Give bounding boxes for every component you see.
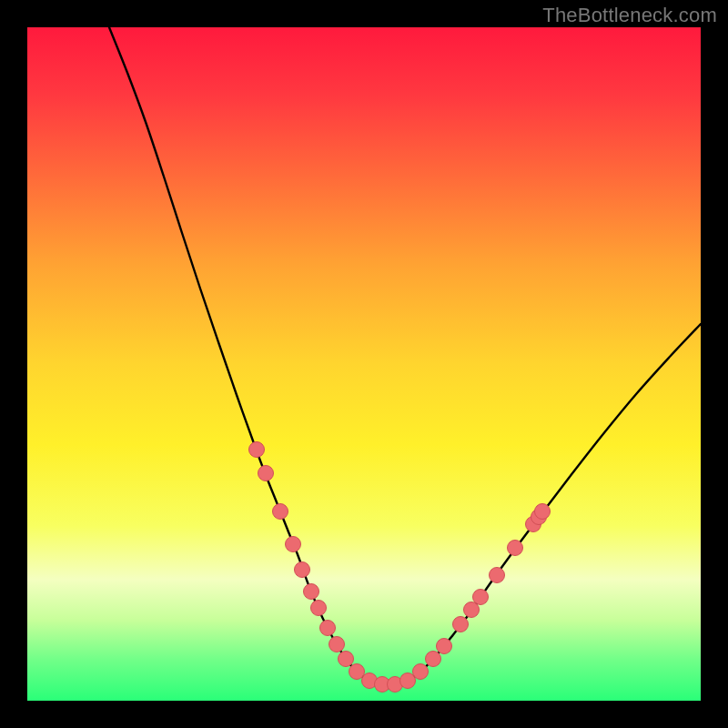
- highlight-dot: [304, 584, 319, 600]
- highlight-dot: [349, 664, 365, 680]
- highlight-dot: [273, 504, 288, 520]
- highlight-dot: [535, 504, 551, 520]
- highlight-dot: [508, 541, 523, 556]
- highlight-dot: [413, 664, 429, 680]
- highlight-dot: [453, 617, 469, 632]
- highlight-dot: [473, 590, 489, 605]
- chart-svg: [27, 27, 701, 701]
- chart-frame: TheBottleneck.com: [0, 0, 728, 728]
- highlight-dot: [426, 652, 441, 667]
- gradient-rect: [27, 27, 701, 701]
- highlight-dot: [320, 621, 336, 636]
- highlight-dot: [258, 466, 274, 481]
- highlight-dot: [400, 673, 416, 689]
- highlight-dot: [490, 568, 505, 583]
- plot-area: [27, 27, 701, 701]
- highlight-dot: [286, 537, 301, 552]
- highlight-dot: [249, 442, 265, 458]
- highlight-dot: [437, 639, 452, 654]
- watermark-text: TheBottleneck.com: [542, 4, 717, 27]
- highlight-dot: [295, 562, 310, 578]
- highlight-dot: [311, 601, 327, 616]
- highlight-dot: [329, 637, 345, 652]
- highlight-dot: [339, 652, 354, 667]
- highlight-dot: [464, 602, 480, 618]
